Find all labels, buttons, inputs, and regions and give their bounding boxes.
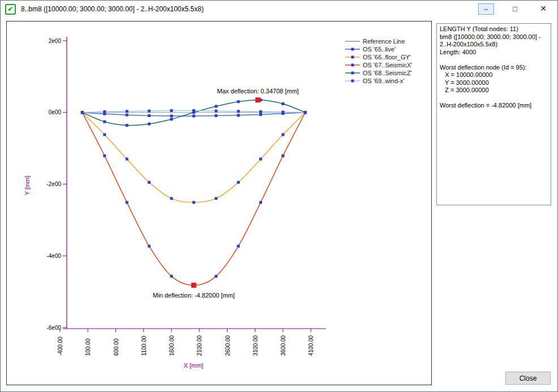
node-markers <box>81 111 307 204</box>
x-tick-label: 600.00 <box>113 338 119 356</box>
x-tick-label: 2100.00 <box>196 335 203 356</box>
legend-label: OS '66..floor_GY' <box>363 54 411 61</box>
y-tick-label: 2e00 <box>49 38 62 44</box>
max-deflection-annotation: Max deflection: 0.34708 [mm] <box>217 88 299 102</box>
legend-item: Reference Line <box>345 38 405 45</box>
info-panel: LENGTH Y (Total nodes: 11)bm8 ([10000.00… <box>436 23 551 205</box>
info-line <box>440 56 548 64</box>
legend-item: OS '67..SeismicX' <box>345 62 412 68</box>
info-line: 2..H-200x100x5.5x8) <box>440 41 548 49</box>
info-line: Z = 3000.00000 <box>440 87 548 94</box>
legend-item: OS '69..wind-x' <box>345 77 404 84</box>
info-line: bm8 ([10000.00; 3000.00; 3000.00] - <box>440 33 548 41</box>
legend-item: OS '65..live' <box>345 46 396 53</box>
info-line: Y = 3000.00000 <box>440 79 548 87</box>
y-tick-label: 0e00 <box>49 109 62 115</box>
legend-item: OS '68..SeismicZ' <box>345 70 412 76</box>
x-axis-label: X [mm] <box>184 362 204 369</box>
info-line: X = 10000.00000 <box>440 71 548 79</box>
x-tick-label: 1100.00 <box>141 335 147 356</box>
legend-label: Reference Line <box>363 38 405 45</box>
legend-item: OS '66..floor_GY' <box>345 54 411 61</box>
checked-checkbox-icon: ✔ <box>5 4 16 15</box>
info-line: LENGTH Y (Total nodes: 11) <box>440 25 548 33</box>
x-tick-label: 1600.00 <box>169 335 175 356</box>
deflection-chart: 2e000e00-2e00-4e00-6e00-400.00100.00600.… <box>7 21 431 385</box>
titlebar: ✔ 8..bm8 ([10000.00; 3000.00; 3000.00] -… <box>1 1 557 18</box>
y-tick-label: -4e00 <box>46 253 61 259</box>
annotation-text: Max deflection: 0.34708 [mm] <box>217 88 299 94</box>
maximize-icon[interactable]: □ <box>508 3 522 14</box>
legend-label: OS '68..SeismicZ' <box>363 70 412 76</box>
x-axis-ticks: -400.00100.00600.001100.001600.002100.00… <box>57 329 314 356</box>
x-tick-label: 4100.00 <box>308 335 314 356</box>
legend: Reference LineOS '65..live'OS '66..floor… <box>345 38 412 84</box>
info-line: Worst deflection = -4.82000 [mm] <box>440 102 548 110</box>
x-tick-label: 100.00 <box>85 338 91 356</box>
info-line: Length: 4000 <box>440 49 548 57</box>
x-tick-label: 2600.00 <box>225 335 231 356</box>
y-tick-label: -2e00 <box>46 181 61 187</box>
close-window-icon[interactable]: ✕ <box>536 3 551 14</box>
node-markers <box>81 111 307 286</box>
legend-label: OS '67..SeismicX' <box>363 62 412 68</box>
min-deflection-marker <box>191 283 196 288</box>
resize-icon[interactable]: ⇔ <box>478 3 494 15</box>
y-axis-label: Y [mm] <box>24 176 31 196</box>
legend-label: OS '65..live' <box>363 46 396 53</box>
y-axis-ticks: 2e000e00-2e00-4e00-6e00 <box>46 38 67 331</box>
annotation-text: Min deflection: -4.82000 [mm] <box>153 292 235 299</box>
series-os-67-seismicx- <box>82 113 305 285</box>
x-tick-label: 3100.00 <box>252 335 259 356</box>
x-tick-label: -400.00 <box>57 337 63 356</box>
window-title: 8..bm8 ([10000.00; 3000.00; 3000.00] - 2… <box>21 5 204 13</box>
x-tick-label: 3600.00 <box>280 335 286 356</box>
min-deflection-annotation: Min deflection: -4.82000 [mm] <box>153 283 235 299</box>
info-line: Worst deflection node (Id = 95): <box>440 64 548 72</box>
info-line <box>440 94 548 102</box>
legend-label: OS '69..wind-x' <box>363 77 404 84</box>
chart-panel: 2e000e00-2e00-4e00-6e00-400.00100.00600.… <box>6 21 432 385</box>
series-os-66-floor-gy- <box>82 113 305 203</box>
y-tick-label: -6e00 <box>46 325 61 331</box>
max-deflection-marker <box>255 97 260 102</box>
results-dialog: ✔ 8..bm8 ([10000.00; 3000.00; 3000.00] -… <box>0 0 558 392</box>
close-button[interactable]: Close <box>505 372 551 385</box>
